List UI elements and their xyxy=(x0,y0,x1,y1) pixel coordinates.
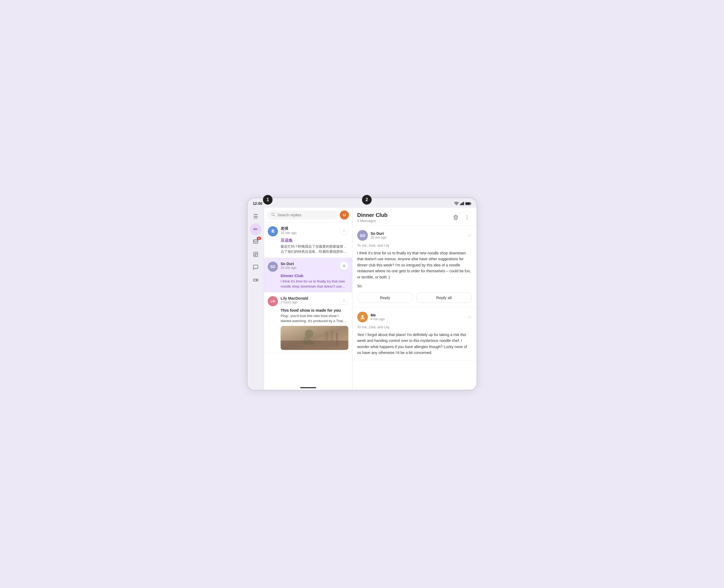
svg-rect-4 xyxy=(463,202,464,205)
svg-line-13 xyxy=(274,215,275,216)
msg-body-2: Yes! I forgot about that place! I'm defi… xyxy=(357,332,472,356)
search-input-wrap[interactable] xyxy=(267,210,338,219)
msg-sender-name-2: Me xyxy=(370,313,465,317)
user-avatar[interactable]: U xyxy=(340,210,349,219)
msg-time-2: 4 min ago xyxy=(370,317,465,321)
email-meta-1: 老强 10 min ago xyxy=(281,226,337,235)
msg-body-1: I think it's time for us to finally try … xyxy=(357,250,472,280)
battery-icon xyxy=(465,202,471,205)
email-list-panel: U 老 老强 10 min ago ☆ 豆花 xyxy=(264,208,353,390)
sidebar-item-compose[interactable]: ✏ xyxy=(250,223,261,235)
email-subject-3: This food show is made for you xyxy=(281,308,348,313)
status-icons xyxy=(454,202,471,205)
email-thumbnail-3 xyxy=(281,326,348,350)
reply-all-button[interactable]: Reply all xyxy=(416,292,472,303)
message-card-1: SD So Duri 20 min ago ☆ To me, Ziad, and… xyxy=(353,226,476,308)
star-button-2[interactable]: ★ xyxy=(340,261,348,270)
notes-icon xyxy=(253,251,259,259)
annotation-bubble-2: 2 xyxy=(362,195,371,205)
svg-point-22 xyxy=(467,219,468,219)
message-header-2: Me 4 min ago ☆ xyxy=(357,312,472,322)
compose-icon: ✏ xyxy=(253,226,258,232)
star-button-1[interactable]: ☆ xyxy=(340,226,348,235)
menu-icon: ☰ xyxy=(253,213,258,219)
thread-list: SD So Duri 20 min ago ☆ To me, Ziad, and… xyxy=(353,226,476,390)
msg-star-2[interactable]: ☆ xyxy=(468,314,472,320)
msg-to-1: To me, Ziad, and Lily xyxy=(357,244,472,247)
time-ago-2: 20 min ago xyxy=(281,266,337,270)
email-header-3: LM Lily MacDonald 2 hours ago ☆ xyxy=(268,296,348,306)
video-icon xyxy=(253,277,259,285)
device-frame: 12:00 xyxy=(247,197,477,391)
svg-rect-6 xyxy=(466,203,470,204)
email-header-1: 老 老强 10 min ago ☆ xyxy=(268,226,348,236)
svg-rect-1 xyxy=(460,204,461,205)
msg-star-1[interactable]: ☆ xyxy=(468,232,472,238)
detail-subtitle: 3 Messages xyxy=(357,219,387,223)
signal-icon xyxy=(460,202,464,205)
detail-header: Dinner Club 3 Messages xyxy=(353,208,476,226)
email-header-2: SD So Duri 20 min ago ★ xyxy=(268,261,348,272)
email-item-3[interactable]: LM Lily MacDonald 2 hours ago ☆ This foo… xyxy=(264,292,352,353)
sender-name-1: 老强 xyxy=(281,226,337,231)
search-icon xyxy=(271,212,275,218)
msg-sender-1: So Duri 20 min ago xyxy=(370,231,465,239)
msg-sign-1: So xyxy=(357,284,472,288)
detail-title: Dinner Club xyxy=(357,212,387,218)
chat-icon xyxy=(253,264,259,272)
svg-point-0 xyxy=(456,205,457,205)
sender-avatar-2: SD xyxy=(268,261,278,272)
email-meta-2: So Duri 20 min ago xyxy=(281,261,337,270)
star-button-3[interactable]: ☆ xyxy=(340,296,348,305)
delete-button[interactable] xyxy=(451,213,461,222)
email-subject-2: Dinner Club xyxy=(281,273,348,278)
msg-time-1: 20 min ago xyxy=(370,236,465,239)
svg-rect-7 xyxy=(471,203,471,204)
email-subject-1: 豆花鱼 xyxy=(281,238,348,243)
svg-rect-17 xyxy=(325,331,328,346)
email-preview-3: Ping– you'd love this new food show I st… xyxy=(281,314,348,324)
search-bar: U xyxy=(264,208,352,223)
more-icon xyxy=(464,215,470,220)
search-input[interactable] xyxy=(277,213,334,217)
msg-avatar-1: SD xyxy=(357,230,368,241)
sidebar-item-video[interactable] xyxy=(250,275,261,287)
svg-point-23 xyxy=(361,315,364,317)
email-list: 老 老强 10 min ago ☆ 豆花鱼 最近忙吗？昨晚我去了你最爱的那家饭馆… xyxy=(264,223,352,385)
email-preview-1: 最近忙吗？昨晚我去了你最爱的那家饭馆，点了他们的特色豆花鱼，吃着吃着就想你了。 xyxy=(281,244,348,254)
sender-avatar-1: 老 xyxy=(268,226,278,236)
svg-rect-19 xyxy=(336,333,338,346)
time-ago-3: 2 hours ago xyxy=(281,300,337,304)
email-meta-3: Lily MacDonald 2 hours ago xyxy=(281,296,337,304)
email-preview-2: I think it's time for us to finally try … xyxy=(281,279,348,289)
wifi-icon xyxy=(454,202,459,205)
msg-sender-2: Me 4 min ago xyxy=(370,313,465,321)
more-button[interactable] xyxy=(462,213,472,222)
sidebar-item-chat[interactable] xyxy=(250,262,261,274)
email-item-1[interactable]: 老 老强 10 min ago ☆ 豆花鱼 最近忙吗？昨晚我去了你最爱的那家饭馆… xyxy=(264,223,352,258)
status-time: 12:00 xyxy=(253,201,262,206)
sender-name-3: Lily MacDonald xyxy=(281,296,337,300)
sidebar-item-inbox[interactable]: 4 xyxy=(250,236,261,248)
svg-rect-18 xyxy=(331,330,333,346)
svg-rect-2 xyxy=(461,203,462,205)
detail-actions xyxy=(451,213,472,222)
sidebar-item-notes[interactable] xyxy=(250,249,261,261)
detail-title-group: Dinner Club 3 Messages xyxy=(357,212,387,223)
detail-panel: Dinner Club 3 Messages xyxy=(353,208,476,390)
reply-actions-1: Reply Reply all xyxy=(357,292,472,303)
svg-point-20 xyxy=(467,215,468,216)
message-card-2: Me 4 min ago ☆ To me, Ziad, and Lily Yes… xyxy=(353,308,476,360)
msg-sender-name-1: So Duri xyxy=(370,231,465,236)
reply-button[interactable]: Reply xyxy=(357,292,413,303)
sender-name-2: So Duri xyxy=(281,261,337,266)
sidebar: ☰ ✏ 4 xyxy=(248,208,264,390)
svg-point-21 xyxy=(467,217,468,218)
email-item-2[interactable]: SD So Duri 20 min ago ★ Dinner Club I th… xyxy=(264,258,352,293)
sidebar-item-menu[interactable]: ☰ xyxy=(250,210,261,222)
svg-rect-8 xyxy=(254,252,258,256)
trash-icon xyxy=(453,215,459,220)
svg-rect-3 xyxy=(462,203,463,205)
sender-avatar-3: LM xyxy=(268,296,278,306)
msg-avatar-2 xyxy=(357,312,368,322)
